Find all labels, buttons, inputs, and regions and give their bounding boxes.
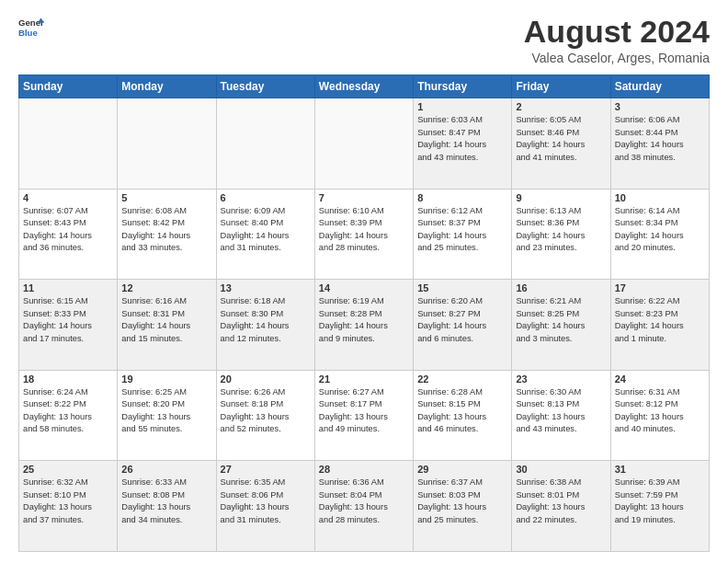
day-number: 31 <box>615 464 705 475</box>
day-info: Sunrise: 6:10 AM Sunset: 8:39 PM Dayligh… <box>319 205 409 255</box>
calendar-cell: 23Sunrise: 6:30 AM Sunset: 8:13 PM Dayli… <box>512 370 610 461</box>
calendar-cell: 25Sunrise: 6:32 AM Sunset: 8:10 PM Dayli… <box>19 461 118 552</box>
day-number: 11 <box>23 282 113 293</box>
day-number: 27 <box>221 464 311 475</box>
header: General Blue August 2024 Valea Caselor, … <box>18 15 710 65</box>
calendar-table: SundayMondayTuesdayWednesdayThursdayFrid… <box>18 75 710 552</box>
calendar-cell: 15Sunrise: 6:20 AM Sunset: 8:27 PM Dayli… <box>414 280 512 371</box>
day-info: Sunrise: 6:07 AM Sunset: 8:43 PM Dayligh… <box>23 205 113 255</box>
day-info: Sunrise: 6:19 AM Sunset: 8:28 PM Dayligh… <box>319 295 409 345</box>
calendar-cell: 26Sunrise: 6:33 AM Sunset: 8:08 PM Dayli… <box>118 461 216 552</box>
calendar-cell: 9Sunrise: 6:13 AM Sunset: 8:36 PM Daylig… <box>512 189 610 280</box>
day-number: 30 <box>516 464 606 475</box>
day-info: Sunrise: 6:25 AM Sunset: 8:20 PM Dayligh… <box>121 386 211 436</box>
day-number: 6 <box>221 192 311 203</box>
day-number: 13 <box>221 282 311 293</box>
generalblue-logo-icon: General Blue <box>18 15 44 40</box>
calendar-cell: 17Sunrise: 6:22 AM Sunset: 8:23 PM Dayli… <box>610 280 709 371</box>
day-number: 10 <box>615 192 705 203</box>
weekday-header-tuesday: Tuesday <box>216 75 314 98</box>
day-info: Sunrise: 6:03 AM Sunset: 8:47 PM Dayligh… <box>417 114 507 164</box>
day-info: Sunrise: 6:31 AM Sunset: 8:12 PM Dayligh… <box>615 386 705 436</box>
calendar-cell: 14Sunrise: 6:19 AM Sunset: 8:28 PM Dayli… <box>314 280 413 371</box>
weekday-header-sunday: Sunday <box>19 75 118 98</box>
week-row-2: 4Sunrise: 6:07 AM Sunset: 8:43 PM Daylig… <box>19 189 710 280</box>
day-info: Sunrise: 6:33 AM Sunset: 8:08 PM Dayligh… <box>121 477 211 526</box>
day-info: Sunrise: 6:13 AM Sunset: 8:36 PM Dayligh… <box>516 205 606 255</box>
day-number: 2 <box>516 101 606 112</box>
day-info: Sunrise: 6:28 AM Sunset: 8:15 PM Dayligh… <box>417 386 507 436</box>
day-number: 21 <box>319 373 409 385</box>
week-row-5: 25Sunrise: 6:32 AM Sunset: 8:10 PM Dayli… <box>19 461 710 552</box>
day-number: 18 <box>23 373 113 385</box>
calendar-title: August 2024 <box>524 15 710 49</box>
day-number: 1 <box>417 101 507 112</box>
weekday-header-thursday: Thursday <box>414 75 512 98</box>
day-number: 12 <box>121 282 211 293</box>
day-info: Sunrise: 6:08 AM Sunset: 8:42 PM Dayligh… <box>121 205 211 255</box>
calendar-cell: 27Sunrise: 6:35 AM Sunset: 8:06 PM Dayli… <box>216 461 314 552</box>
week-row-3: 11Sunrise: 6:15 AM Sunset: 8:33 PM Dayli… <box>19 280 710 371</box>
calendar-cell: 16Sunrise: 6:21 AM Sunset: 8:25 PM Dayli… <box>512 280 610 371</box>
calendar-cell: 6Sunrise: 6:09 AM Sunset: 8:40 PM Daylig… <box>216 189 314 280</box>
day-number: 23 <box>516 373 606 385</box>
calendar-cell: 1Sunrise: 6:03 AM Sunset: 8:47 PM Daylig… <box>414 98 512 190</box>
calendar-cell <box>216 98 314 190</box>
calendar-cell: 10Sunrise: 6:14 AM Sunset: 8:34 PM Dayli… <box>610 189 709 280</box>
calendar-cell: 29Sunrise: 6:37 AM Sunset: 8:03 PM Dayli… <box>414 461 512 552</box>
day-number: 22 <box>417 373 507 385</box>
day-number: 16 <box>516 282 606 293</box>
day-number: 9 <box>516 192 606 203</box>
day-number: 24 <box>615 373 705 385</box>
calendar-cell: 11Sunrise: 6:15 AM Sunset: 8:33 PM Dayli… <box>19 280 118 371</box>
calendar-cell: 18Sunrise: 6:24 AM Sunset: 8:22 PM Dayli… <box>19 370 118 461</box>
day-info: Sunrise: 6:21 AM Sunset: 8:25 PM Dayligh… <box>516 295 606 345</box>
day-info: Sunrise: 6:24 AM Sunset: 8:22 PM Dayligh… <box>23 386 113 436</box>
day-info: Sunrise: 6:37 AM Sunset: 8:03 PM Dayligh… <box>417 477 507 526</box>
day-number: 8 <box>417 192 507 203</box>
calendar-cell: 7Sunrise: 6:10 AM Sunset: 8:39 PM Daylig… <box>314 189 413 280</box>
day-info: Sunrise: 6:26 AM Sunset: 8:18 PM Dayligh… <box>221 386 311 436</box>
calendar-subtitle: Valea Caselor, Arges, Romania <box>524 51 710 65</box>
day-info: Sunrise: 6:30 AM Sunset: 8:13 PM Dayligh… <box>516 386 606 436</box>
calendar-cell: 8Sunrise: 6:12 AM Sunset: 8:37 PM Daylig… <box>414 189 512 280</box>
day-number: 26 <box>121 464 211 475</box>
day-number: 5 <box>121 192 211 203</box>
day-info: Sunrise: 6:16 AM Sunset: 8:31 PM Dayligh… <box>121 295 211 345</box>
calendar-cell: 12Sunrise: 6:16 AM Sunset: 8:31 PM Dayli… <box>118 280 216 371</box>
calendar-cell: 2Sunrise: 6:05 AM Sunset: 8:46 PM Daylig… <box>512 98 610 190</box>
day-number: 14 <box>319 282 409 293</box>
day-info: Sunrise: 6:35 AM Sunset: 8:06 PM Dayligh… <box>221 477 311 526</box>
day-info: Sunrise: 6:14 AM Sunset: 8:34 PM Dayligh… <box>615 205 705 255</box>
day-number: 29 <box>417 464 507 475</box>
day-number: 4 <box>23 192 113 203</box>
day-info: Sunrise: 6:27 AM Sunset: 8:17 PM Dayligh… <box>319 386 409 436</box>
calendar-cell: 30Sunrise: 6:38 AM Sunset: 8:01 PM Dayli… <box>512 461 610 552</box>
day-info: Sunrise: 6:18 AM Sunset: 8:30 PM Dayligh… <box>221 295 311 345</box>
week-row-1: 1Sunrise: 6:03 AM Sunset: 8:47 PM Daylig… <box>19 98 710 190</box>
page: General Blue August 2024 Valea Caselor, … <box>0 0 728 563</box>
calendar-cell: 31Sunrise: 6:39 AM Sunset: 7:59 PM Dayli… <box>610 461 709 552</box>
day-number: 28 <box>319 464 409 475</box>
weekday-header-monday: Monday <box>118 75 216 98</box>
day-number: 20 <box>221 373 311 385</box>
day-number: 19 <box>121 373 211 385</box>
day-number: 15 <box>417 282 507 293</box>
day-number: 3 <box>615 101 705 112</box>
calendar-cell: 13Sunrise: 6:18 AM Sunset: 8:30 PM Dayli… <box>216 280 314 371</box>
day-number: 25 <box>23 464 113 475</box>
logo: General Blue <box>18 15 44 40</box>
day-info: Sunrise: 6:22 AM Sunset: 8:23 PM Dayligh… <box>615 295 705 345</box>
calendar-cell: 4Sunrise: 6:07 AM Sunset: 8:43 PM Daylig… <box>19 189 118 280</box>
calendar-cell: 19Sunrise: 6:25 AM Sunset: 8:20 PM Dayli… <box>118 370 216 461</box>
day-number: 7 <box>319 192 409 203</box>
day-info: Sunrise: 6:20 AM Sunset: 8:27 PM Dayligh… <box>417 295 507 345</box>
day-info: Sunrise: 6:38 AM Sunset: 8:01 PM Dayligh… <box>516 477 606 526</box>
day-info: Sunrise: 6:32 AM Sunset: 8:10 PM Dayligh… <box>23 477 113 526</box>
weekday-header-friday: Friday <box>512 75 610 98</box>
calendar-cell <box>118 98 216 190</box>
day-info: Sunrise: 6:15 AM Sunset: 8:33 PM Dayligh… <box>23 295 113 345</box>
calendar-cell: 28Sunrise: 6:36 AM Sunset: 8:04 PM Dayli… <box>314 461 413 552</box>
calendar-cell <box>314 98 413 190</box>
calendar-cell <box>19 98 118 190</box>
